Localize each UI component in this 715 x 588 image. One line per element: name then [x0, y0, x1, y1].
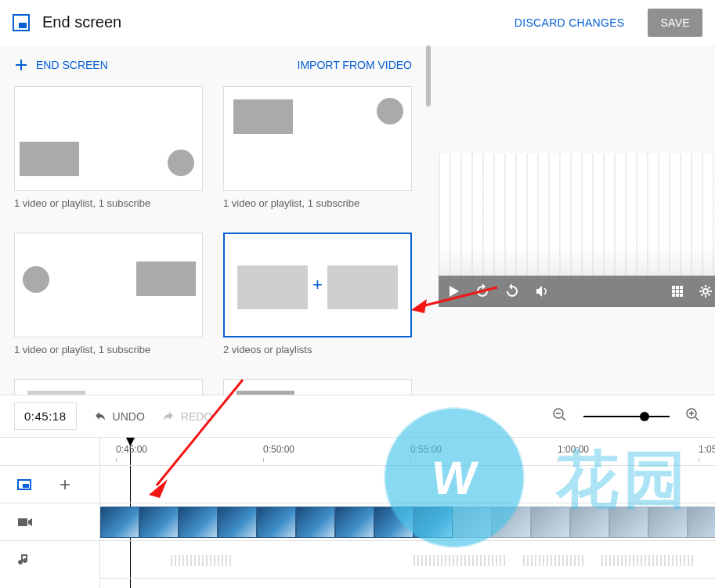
video-clip[interactable] — [688, 507, 715, 538]
audio-track[interactable] — [100, 541, 715, 579]
rail-audio-row — [0, 541, 99, 579]
video-clip[interactable] — [570, 507, 609, 538]
endscreen-icon — [13, 14, 30, 31]
ruler-tick: 0:50:00 — [263, 444, 294, 455]
template-3-thumb — [14, 233, 203, 337]
audio-wave — [171, 555, 233, 566]
template-5-thumb — [14, 379, 203, 395]
timeline-body: + 0:45:00 0:50:00 0:55:00 1:00:00 1:05:1 — [0, 438, 715, 588]
redo-icon — [161, 409, 176, 424]
timeline-rail: + — [0, 438, 100, 588]
watermark-logo-letter: W — [428, 451, 480, 505]
save-button[interactable]: SAVE — [648, 9, 702, 37]
music-note-icon — [17, 553, 30, 567]
template-3[interactable]: 1 video or playlist, 1 subscribe — [14, 233, 203, 355]
template-4-thumb: + — [223, 233, 412, 337]
timeline-toolbar: 0:45:18 UNDO REDO — [0, 395, 715, 438]
play-icon[interactable] — [446, 284, 460, 298]
preview-scrollbar[interactable] — [426, 45, 431, 106]
video-rect-icon — [233, 99, 293, 134]
preview-panel — [426, 45, 715, 395]
rail-ruler-spacer — [0, 438, 99, 466]
endscreen-icon — [17, 479, 31, 490]
template-panel: END SCREEN IMPORT FROM VIDEO 1 video or … — [0, 45, 426, 395]
plus-icon — [14, 58, 28, 72]
undo-icon — [92, 409, 108, 424]
page-title: End screen — [42, 13, 491, 31]
template-2-caption: 1 video or playlist, 1 subscribe — [223, 197, 412, 209]
audio-wave — [601, 555, 695, 566]
video-rect-icon — [136, 262, 196, 296]
template-2-thumb — [223, 86, 412, 191]
audio-wave — [413, 555, 507, 566]
video-clip[interactable] — [335, 507, 374, 538]
video-clip[interactable] — [257, 507, 296, 538]
template-6[interactable] — [223, 379, 412, 395]
main-split: END SCREEN IMPORT FROM VIDEO 1 video or … — [0, 45, 715, 395]
rail-endscreen-row: + — [0, 466, 99, 503]
add-endscreen-button[interactable]: END SCREEN — [14, 58, 108, 72]
video-clip[interactable] — [179, 507, 218, 538]
redo-button[interactable]: REDO — [161, 409, 212, 424]
volume-icon[interactable] — [534, 283, 550, 299]
forward-10-icon[interactable] — [504, 283, 520, 299]
undo-button[interactable]: UNDO — [92, 409, 145, 424]
add-endscreen-label: END SCREEN — [36, 59, 108, 71]
video-clip[interactable] — [648, 507, 688, 538]
video-clip[interactable] — [218, 507, 257, 538]
rewind-10-icon[interactable] — [475, 283, 490, 299]
template-grid: 1 video or playlist, 1 subscribe 1 video… — [14, 86, 412, 395]
template-1[interactable]: 1 video or playlist, 1 subscribe — [14, 86, 203, 209]
video-clip[interactable] — [100, 507, 139, 538]
zoom-slider[interactable] — [583, 416, 670, 417]
ruler-tick: 1:00:00 — [558, 444, 589, 455]
video-rect-icon — [20, 142, 79, 176]
grid-icon[interactable] — [670, 284, 684, 298]
header: End screen DISCARD CHANGES SAVE — [0, 0, 715, 45]
redo-label: REDO — [181, 410, 212, 423]
template-4[interactable]: + 2 videos or playlists — [223, 233, 412, 355]
zoom-in-icon[interactable] — [685, 407, 701, 425]
video-clip[interactable] — [139, 507, 179, 538]
template-actions: END SCREEN IMPORT FROM VIDEO — [14, 58, 412, 72]
discard-button[interactable]: DISCARD CHANGES — [504, 9, 636, 37]
template-5[interactable] — [14, 379, 203, 395]
undo-label: UNDO — [113, 410, 145, 423]
template-4-caption: 2 videos or playlists — [223, 344, 412, 355]
video-rect-icon — [237, 265, 308, 309]
timeline: 0:45:18 UNDO REDO + — [0, 395, 715, 588]
subscribe-circle-icon — [168, 150, 194, 176]
add-element-button[interactable]: + — [60, 474, 70, 496]
video-clip[interactable] — [531, 507, 570, 538]
gear-icon[interactable] — [699, 284, 713, 298]
import-from-video-button[interactable]: IMPORT FROM VIDEO — [298, 59, 413, 71]
import-from-video-label: IMPORT FROM VIDEO — [298, 59, 413, 71]
ruler-tick: 0:45:00 — [116, 444, 147, 455]
audio-wave — [523, 555, 586, 566]
svg-point-0 — [703, 289, 708, 294]
video-rect-icon — [327, 265, 398, 309]
subscribe-circle-icon — [377, 98, 403, 124]
video-preview — [439, 153, 715, 307]
template-3-caption: 1 video or playlist, 1 subscribe — [14, 344, 203, 355]
video-clip[interactable] — [296, 507, 335, 538]
plus-icon: + — [312, 275, 323, 295]
template-1-caption: 1 video or playlist, 1 subscribe — [14, 197, 203, 209]
zoom-out-icon[interactable] — [552, 407, 568, 425]
camera-icon — [17, 517, 33, 528]
watermark-logo: W — [384, 407, 525, 548]
template-1-thumb — [14, 86, 203, 191]
rail-video-row — [0, 503, 99, 541]
subscribe-circle-icon — [23, 266, 49, 293]
preview-controls — [439, 276, 715, 307]
video-clip[interactable] — [609, 507, 648, 538]
template-2[interactable]: 1 video or playlist, 1 subscribe — [223, 86, 412, 209]
timecode-display[interactable]: 0:45:18 — [14, 402, 77, 430]
template-6-thumb — [223, 379, 412, 395]
ruler-tick: 1:05:1 — [699, 444, 715, 455]
